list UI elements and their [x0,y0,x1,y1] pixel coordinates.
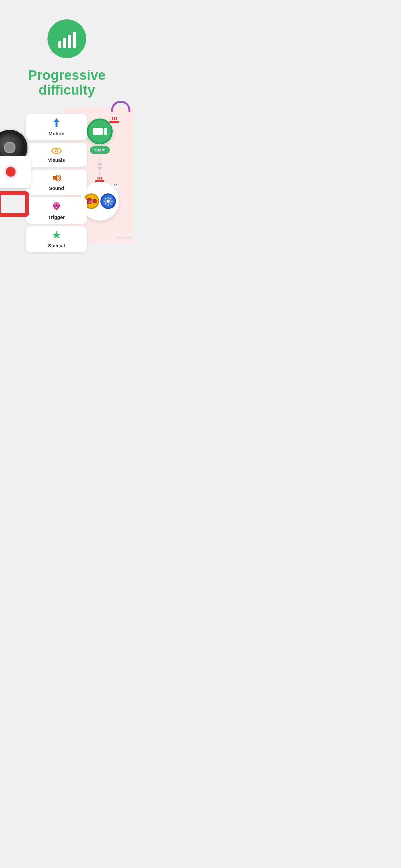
connector-arrows [97,163,102,170]
svg-line-9 [111,204,112,205]
arrow-down-1 [97,163,102,166]
connector [97,157,102,177]
start-button-container: 1 Start [87,119,113,154]
menu-card-special[interactable]: Special [26,226,87,252]
trigger-label: Trigger [49,214,65,220]
svg-point-2 [55,205,58,207]
signal-bars-icon [58,30,76,48]
block-inner: 20 [84,193,116,209]
svg-line-8 [105,198,106,199]
svg-line-10 [111,198,112,199]
special-icon [51,230,62,242]
robot-illustration [0,127,35,223]
trigger-icon [51,201,62,213]
alert-lines [112,117,117,120]
start-label: Start [90,146,110,154]
visuals-label: Visuals [48,157,65,163]
robot-body-white [0,156,31,188]
green-circle-icon [48,20,86,58]
settings-icon: 20 [100,193,116,209]
arrow-down-2 [97,167,102,170]
motion-label: Motion [49,131,64,136]
alert-number: 1 [110,122,112,126]
badge-lines [97,177,102,180]
pause-icon [100,128,107,135]
svg-line-11 [105,204,106,205]
special-label: Special [48,243,65,248]
main-area: Motion Visuals Sound [0,107,134,265]
robot-red-frame [0,191,29,217]
panel-scrollbar [116,237,132,238]
alert-bar: 1 [110,121,119,123]
visuals-icon [51,147,62,156]
sound-label: Sound [49,185,64,191]
top-section: Progressive difficulty [0,0,134,107]
alert-badge: 1 [110,117,119,123]
svg-point-1 [56,150,58,152]
motion-icon [52,118,61,129]
page-title: Progressive difficulty [0,68,134,97]
svg-point-3 [106,199,110,203]
sound-icon [51,174,62,184]
pause-button[interactable] [87,119,113,144]
